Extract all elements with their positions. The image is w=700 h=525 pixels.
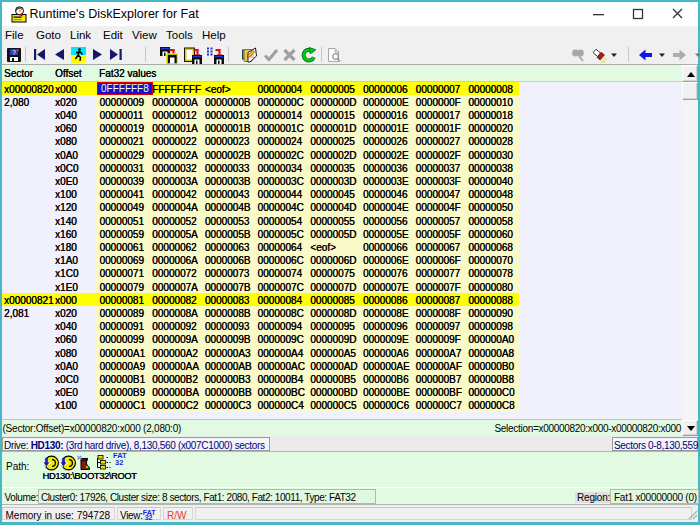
svg-text:?: ? [12, 49, 16, 56]
